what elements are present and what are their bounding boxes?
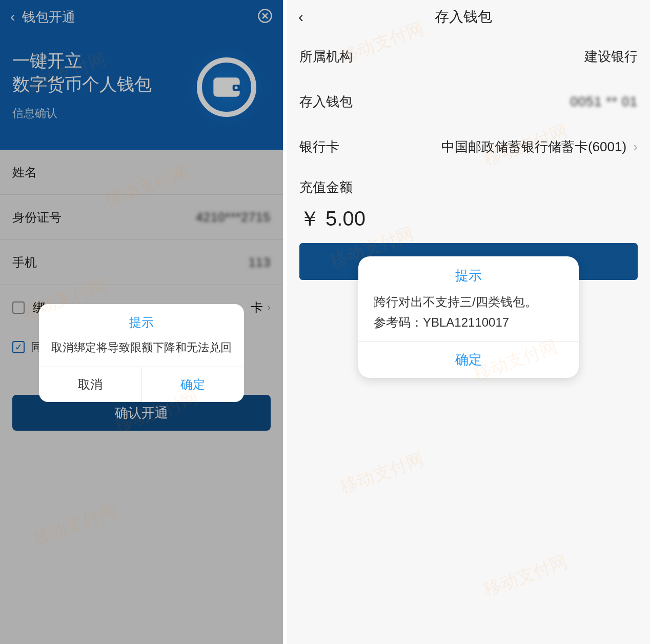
ref-label: 参考码： [374, 315, 423, 329]
ok-button[interactable]: 确定 [358, 341, 579, 378]
dialog-tip: 提示 跨行对出不支持三/四类钱包。 参考码：YBLA12110017 确定 [358, 256, 579, 378]
dialog-unbind: 提示 取消绑定将导致限额下降和无法兑回 取消 确定 [39, 304, 244, 402]
dialog-message: 跨行对出不支持三/四类钱包。 [358, 291, 579, 314]
cancel-button[interactable]: 取消 [39, 367, 142, 402]
modal-overlay: 提示 取消绑定将导致限额下降和无法兑回 取消 确定 [0, 0, 283, 644]
confirm-button[interactable]: 确定 [142, 367, 245, 402]
dialog-buttons: 取消 确定 [39, 367, 244, 402]
dialog-title: 提示 [39, 304, 244, 337]
dialog-title: 提示 [358, 256, 579, 291]
dialog-reference: 参考码：YBLA12110017 [358, 314, 579, 341]
modal-overlay: 提示 跨行对出不支持三/四类钱包。 参考码：YBLA12110017 确定 [287, 0, 650, 644]
screen-deposit: ‹ 存入钱包 所属机构 建设银行 存入钱包 0051 ** 01 银行卡 中国邮… [287, 0, 650, 644]
ref-code: YBLA12110017 [423, 315, 509, 329]
dialog-message: 取消绑定将导致限额下降和无法兑回 [39, 337, 244, 367]
screen-wallet-open: ‹ 钱包开通 一键开立 数字货币个人钱包 信息确认 姓名 身份证号 4210**… [0, 0, 283, 644]
